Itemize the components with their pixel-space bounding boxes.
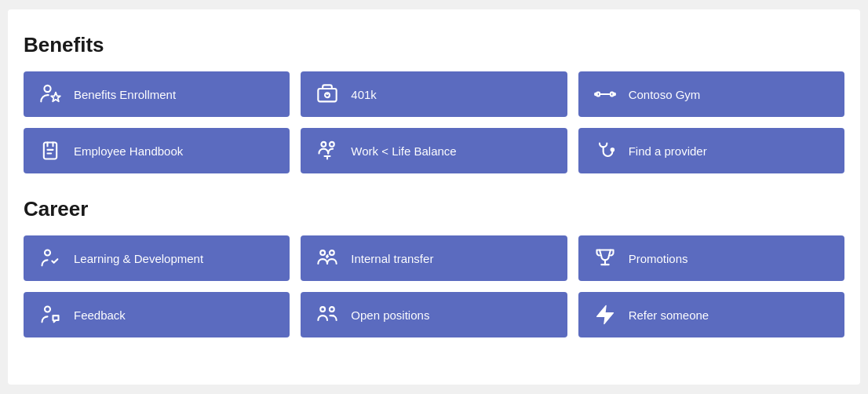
promotions-card[interactable]: Promotions [578,235,844,281]
svg-point-16 [330,142,334,147]
benefits-enrollment-card[interactable]: Benefits Enrollment [24,71,290,117]
svg-point-27 [330,307,334,312]
svg-point-15 [322,142,326,147]
401k-label: 401k [351,88,553,101]
clipboard-icon [38,138,63,163]
learning-development-card[interactable]: Learning & Development [24,235,290,281]
find-provider-label: Find a provider [629,144,830,158]
career-grid: Learning & Development Internal transfer [24,235,844,337]
svg-point-4 [325,93,330,97]
dumbbell-icon [593,82,618,107]
contoso-gym-card[interactable]: Contoso Gym [578,71,844,117]
benefits-grid: Benefits Enrollment 401k [24,71,844,173]
internal-transfer-label: Internal transfer [351,252,553,265]
stethoscope-icon [593,138,618,163]
work-life-balance-card[interactable]: Work < Life Balance [301,128,567,173]
lightning-icon [593,302,618,327]
401k-card[interactable]: 401k [301,71,567,117]
refer-someone-label: Refer someone [629,308,830,322]
person-star-icon [38,82,63,107]
svg-point-19 [611,148,614,151]
employee-handbook-label: Employee Handbook [74,144,275,158]
svg-point-26 [321,307,326,312]
career-section: Career Learning & Development [24,197,844,337]
learning-development-label: Learning & Development [74,252,275,265]
money-icon [315,82,340,107]
open-positions-label: Open positions [351,308,553,322]
svg-rect-10 [44,143,57,159]
person-learn-icon [38,246,63,271]
svg-point-22 [330,250,334,255]
people-balance-icon [315,138,340,163]
trophy-icon [593,246,618,271]
svg-rect-2 [319,89,337,101]
benefits-section: Benefits Benefits Enrollment [24,33,844,173]
svg-point-0 [44,86,50,92]
people-arrows-icon [315,246,340,271]
refer-someone-card[interactable]: Refer someone [578,292,844,337]
svg-point-21 [321,250,326,255]
employee-handbook-card[interactable]: Employee Handbook [24,128,290,173]
people-open-icon [315,302,340,327]
promotions-label: Promotions [629,252,830,265]
benefits-enrollment-label: Benefits Enrollment [74,88,275,101]
svg-point-20 [45,250,50,256]
main-container: Benefits Benefits Enrollment [8,9,860,385]
svg-marker-29 [596,305,613,323]
work-life-balance-label: Work < Life Balance [351,144,553,158]
svg-rect-9 [613,93,615,95]
svg-point-25 [45,307,50,312]
career-title: Career [24,197,844,221]
find-provider-card[interactable]: Find a provider [578,128,844,173]
svg-marker-1 [51,93,60,102]
feedback-label: Feedback [74,308,275,322]
svg-rect-8 [595,93,596,95]
internal-transfer-card[interactable]: Internal transfer [301,235,567,281]
open-positions-card[interactable]: Open positions [301,292,567,337]
person-feedback-icon [38,302,63,327]
benefits-title: Benefits [24,33,844,57]
feedback-card[interactable]: Feedback [24,292,290,337]
contoso-gym-label: Contoso Gym [629,88,830,101]
